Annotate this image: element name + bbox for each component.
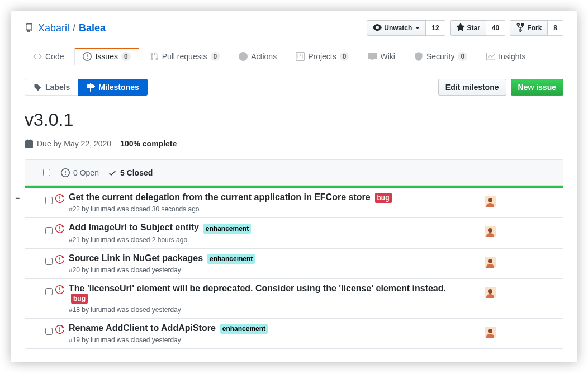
pull-request-icon [150, 52, 159, 61]
shield-icon [414, 52, 423, 61]
fork-button[interactable]: Fork [510, 20, 548, 36]
issue-row: Rename AddClient to AddApiStore enhancem… [25, 318, 563, 348]
issue-row: The 'licenseUrl' element will be depreca… [25, 278, 563, 318]
tab-wiki[interactable]: Wiki [359, 48, 403, 65]
issue-closed-icon [55, 194, 64, 203]
row-checkbox[interactable] [45, 258, 53, 265]
eye-icon [373, 22, 382, 34]
project-icon [296, 52, 305, 61]
issue-closed-icon [55, 325, 64, 334]
row-checkbox[interactable] [45, 328, 53, 335]
issue-closed-icon [55, 224, 64, 233]
select-all-checkbox[interactable] [43, 169, 50, 176]
row-checkbox[interactable] [45, 197, 53, 204]
repo-header: Xabaril / Balea Unwatch 12 Star 40 [25, 20, 563, 36]
issue-title-link[interactable]: The 'licenseUrl' element will be depreca… [69, 283, 446, 293]
tab-code[interactable]: Code [25, 48, 72, 65]
edit-milestone-button[interactable]: Edit milestone [438, 79, 506, 96]
assignee-avatar[interactable] [485, 257, 496, 269]
issue-opened-icon [83, 52, 92, 61]
calendar-icon [25, 139, 34, 148]
issue-row: ≡Get the current delegation from the cur… [25, 188, 563, 217]
milestones-tab[interactable]: Milestones [78, 79, 147, 96]
issue-row: Source Link in NuGet packages enhancemen… [25, 248, 563, 278]
milestone-icon [86, 83, 95, 92]
issue-label[interactable]: bug [375, 193, 392, 203]
code-icon [33, 52, 42, 61]
fork-icon [516, 22, 525, 34]
tab-security[interactable]: Security 0 [406, 48, 476, 65]
issue-meta: #18 by lurumad was closed yesterday [69, 304, 558, 314]
row-checkbox[interactable] [45, 288, 53, 295]
issue-title-link[interactable]: Get the current delegation from the curr… [69, 192, 371, 202]
pulls-counter: 0 [211, 52, 220, 61]
security-counter: 0 [458, 52, 467, 61]
repo-nav: Code Issues 0 Pull requests 0 Actions Pr… [25, 47, 563, 65]
projects-counter: 0 [340, 52, 349, 61]
issue-label[interactable]: enhancement [203, 224, 251, 234]
tag-icon [33, 83, 42, 92]
watch-count[interactable]: 12 [426, 20, 445, 36]
tab-projects[interactable]: Projects 0 [287, 48, 357, 65]
percent-complete: 100% complete [120, 139, 177, 148]
issue-list-header: 0 Open 5 Closed [25, 160, 563, 186]
issue-closed-icon [55, 285, 64, 294]
fork-count[interactable]: 8 [548, 20, 563, 36]
assignee-avatar[interactable] [485, 226, 496, 239]
assignee-avatar[interactable] [485, 196, 496, 209]
issue-label[interactable]: enhancement [220, 324, 268, 334]
milestone-title: v3.0.1 [25, 110, 563, 130]
open-filter[interactable]: 0 Open [61, 168, 99, 177]
issue-opened-icon [61, 168, 70, 177]
repo-link[interactable]: Balea [79, 22, 106, 34]
graph-icon [486, 52, 495, 61]
path-separator: / [73, 22, 75, 34]
star-button[interactable]: Star [450, 20, 486, 36]
issue-row: Add ImageUrl to Subject entity enhanceme… [25, 217, 563, 248]
issue-closed-icon [55, 255, 64, 264]
owner-link[interactable]: Xabaril [38, 22, 69, 34]
repo-actions: Unwatch 12 Star 40 Fork 8 [367, 20, 563, 36]
milestone-meta: Due by May 22, 2020 100% complete [25, 139, 563, 148]
tab-insights[interactable]: Insights [478, 48, 534, 65]
issue-title-link[interactable]: Source Link in NuGet packages [69, 253, 203, 263]
divider [25, 105, 563, 105]
assignee-avatar[interactable] [485, 287, 496, 300]
tab-issues[interactable]: Issues 0 [74, 48, 139, 65]
tab-actions[interactable]: Actions [230, 48, 285, 65]
reorder-handle[interactable]: ≡ [15, 195, 20, 202]
issues-counter: 0 [121, 52, 131, 61]
repo-title: Xabaril / Balea [25, 22, 106, 34]
assignee-avatar[interactable] [485, 327, 496, 339]
issue-label[interactable]: enhancement [207, 254, 255, 264]
book-icon [368, 52, 377, 61]
repo-icon [25, 23, 34, 32]
closed-filter[interactable]: 5 Closed [108, 168, 153, 177]
issue-label[interactable]: bug [71, 294, 88, 304]
caret-down-icon [415, 27, 420, 29]
play-icon [239, 52, 248, 61]
star-icon [456, 22, 465, 34]
star-count[interactable]: 40 [486, 20, 505, 36]
tab-pull-requests[interactable]: Pull requests 0 [141, 48, 229, 65]
new-issue-button[interactable]: New issue [511, 79, 563, 96]
due-date: Due by May 22, 2020 [37, 139, 111, 148]
issue-title-link[interactable]: Rename AddClient to AddApiStore [69, 323, 216, 333]
check-icon [108, 168, 117, 177]
labels-tab[interactable]: Labels [25, 79, 78, 96]
watch-button[interactable]: Unwatch [367, 20, 426, 36]
issue-title-link[interactable]: Add ImageUrl to Subject entity [69, 223, 199, 232]
issues-subnav: Labels Milestones Edit milestone New iss… [25, 79, 563, 96]
row-checkbox[interactable] [45, 227, 53, 234]
issue-list: 0 Open 5 Closed ≡Get the current delegat… [25, 159, 563, 349]
